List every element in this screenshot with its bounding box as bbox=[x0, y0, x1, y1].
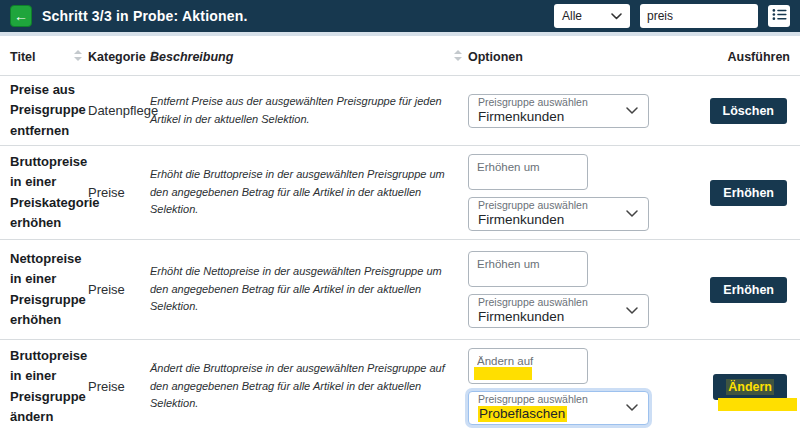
select-label: Preisgruppe auswählen bbox=[478, 296, 588, 309]
filter-select-value: Alle bbox=[562, 9, 582, 23]
action-category: Preise bbox=[88, 282, 150, 297]
page-title: Schritt 3/3 in Probe: Aktionen. bbox=[42, 8, 248, 24]
filter-select[interactable]: Alle bbox=[554, 4, 630, 28]
select-content: Preisgruppe auswählen Firmenkunden bbox=[478, 96, 588, 126]
action-options: Preisgruppe auswählen Firmenkunden bbox=[468, 243, 660, 336]
select-value: Firmenkunden bbox=[478, 309, 588, 326]
loeschen-button[interactable]: Löschen bbox=[710, 98, 787, 124]
table-row: Bruttopreise in einer Preisgruppe ändern… bbox=[0, 339, 800, 431]
amount-input[interactable] bbox=[468, 154, 588, 190]
action-execute-cell: Ändern bbox=[660, 374, 790, 400]
select-content: Preisgruppe auswählen Firmenkunden bbox=[478, 199, 588, 229]
sort-arrows-icon bbox=[454, 50, 462, 64]
chevron-down-icon bbox=[626, 210, 638, 218]
search-input[interactable] bbox=[640, 4, 758, 28]
column-header-ausfuehren: Ausführen bbox=[660, 50, 790, 64]
action-title: Bruttopreise in einer Preiskategorie erh… bbox=[10, 152, 88, 233]
action-title: Nettopreise in einer Preisgruppe erhöhen bbox=[10, 249, 88, 330]
select-value: Probeflaschen bbox=[478, 406, 588, 423]
column-header-beschreibung[interactable]: Beschreibung bbox=[150, 50, 468, 64]
preisgruppe-select[interactable]: Preisgruppe auswählen Firmenkunden bbox=[468, 197, 649, 231]
amount-input[interactable] bbox=[468, 348, 588, 384]
column-header-titel[interactable]: Titel bbox=[10, 50, 88, 64]
action-description: Erhöht die Bruttopreise in der ausgewähl… bbox=[150, 166, 468, 219]
chevron-down-icon bbox=[626, 404, 638, 412]
back-button[interactable]: ← bbox=[10, 5, 32, 27]
action-category: Preise bbox=[88, 379, 150, 394]
arrow-left-icon: ← bbox=[14, 9, 28, 23]
preisgruppe-select[interactable]: Preisgruppe auswählen Probeflaschen bbox=[468, 391, 649, 425]
action-description: Ändert die Bruttopreise in der ausgewähl… bbox=[150, 360, 468, 413]
column-header-optionen[interactable]: Optionen bbox=[468, 50, 660, 64]
action-category: Datenpflege bbox=[88, 103, 150, 118]
select-content: Preisgruppe auswählen Firmenkunden bbox=[478, 296, 588, 326]
preisgruppe-select[interactable]: Preisgruppe auswählen Firmenkunden bbox=[468, 94, 649, 128]
list-view-button[interactable] bbox=[768, 5, 790, 27]
chevron-down-icon bbox=[611, 13, 622, 20]
amount-input[interactable] bbox=[468, 251, 588, 287]
chevron-down-icon bbox=[626, 107, 638, 115]
list-icon bbox=[772, 7, 787, 25]
action-description: Entfernt Preise aus der ausgewählten Pre… bbox=[150, 93, 468, 128]
yellow-highlight-marker bbox=[718, 398, 797, 411]
chevron-down-icon bbox=[626, 307, 638, 315]
action-options: Preisgruppe auswählen Probeflaschen bbox=[468, 340, 660, 431]
page: ← Schritt 3/3 in Probe: Aktionen. Alle bbox=[0, 0, 800, 431]
action-category: Preise bbox=[88, 185, 150, 200]
select-content: Preisgruppe auswählen Probeflaschen bbox=[478, 393, 588, 423]
action-execute-cell: Erhöhen bbox=[660, 180, 790, 206]
table-row: Preise aus Preisgruppe entfernen Datenpf… bbox=[0, 75, 800, 145]
aendern-button[interactable]: Ändern bbox=[713, 374, 787, 400]
top-header-bar: ← Schritt 3/3 in Probe: Aktionen. Alle bbox=[0, 0, 800, 32]
table-header-row: Titel Kategorie Beschreibung Optionen Au… bbox=[0, 36, 800, 75]
preisgruppe-select[interactable]: Preisgruppe auswählen Firmenkunden bbox=[468, 294, 649, 328]
sort-arrows-icon bbox=[74, 50, 82, 64]
select-label: Preisgruppe auswählen bbox=[478, 393, 588, 406]
action-execute-cell: Löschen bbox=[660, 98, 790, 124]
erhoehen-button[interactable]: Erhöhen bbox=[710, 277, 787, 303]
column-header-kategorie[interactable]: Kategorie bbox=[88, 50, 150, 64]
table-row: Nettopreise in einer Preisgruppe erhöhen… bbox=[0, 239, 800, 339]
select-label: Preisgruppe auswählen bbox=[478, 96, 588, 109]
yellow-highlight-marker: Probeflaschen bbox=[478, 406, 567, 422]
select-value: Firmenkunden bbox=[478, 109, 588, 126]
table-row: Bruttopreise in einer Preiskategorie erh… bbox=[0, 145, 800, 239]
action-description: Erhöht die Nettopreise in der ausgewählt… bbox=[150, 263, 468, 316]
erhoehen-button[interactable]: Erhöhen bbox=[710, 180, 787, 206]
action-execute-cell: Erhöhen bbox=[660, 277, 790, 303]
select-label: Preisgruppe auswählen bbox=[478, 199, 588, 212]
action-title: Bruttopreise in einer Preisgruppe ändern bbox=[10, 346, 88, 427]
select-value: Firmenkunden bbox=[478, 212, 588, 229]
action-options: Preisgruppe auswählen Firmenkunden bbox=[468, 86, 660, 136]
action-options: Preisgruppe auswählen Firmenkunden bbox=[468, 146, 660, 239]
action-title: Preise aus Preisgruppe entfernen bbox=[10, 80, 88, 140]
